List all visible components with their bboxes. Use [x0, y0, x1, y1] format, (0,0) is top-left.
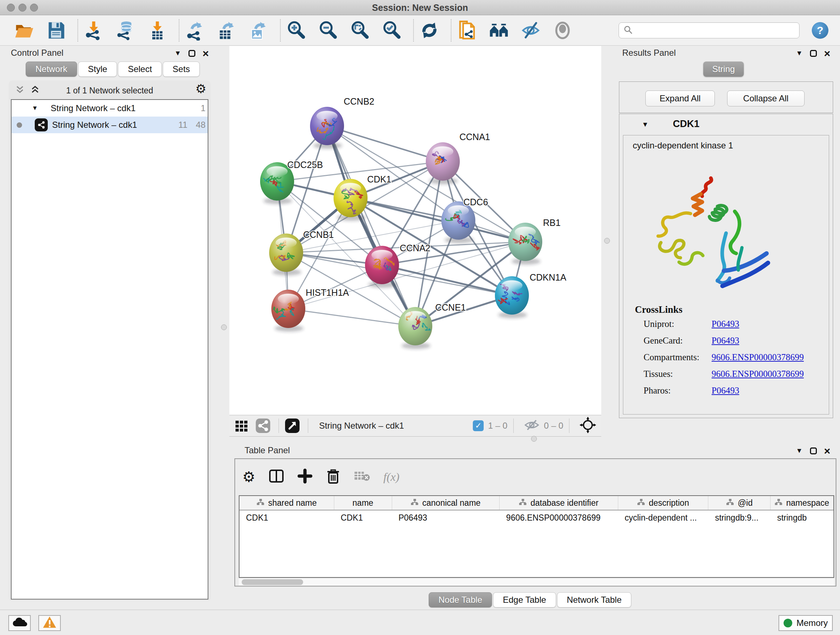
- panel-collapse-icon[interactable]: ▼: [796, 49, 803, 57]
- hide-selected-button[interactable]: [520, 19, 541, 42]
- right-splitter-handle[interactable]: [604, 238, 610, 244]
- share-network-icon[interactable]: [256, 418, 271, 433]
- network-node-CDKN1A[interactable]: [495, 276, 529, 318]
- zoom-in-button[interactable]: [286, 19, 307, 42]
- crosslink-link[interactable]: 9606.ENSP00000378699: [712, 352, 804, 362]
- show-columns-icon[interactable]: [268, 468, 284, 486]
- memory-label: Memory: [797, 618, 828, 628]
- table-cell[interactable]: P06493: [392, 510, 500, 525]
- table-horizontal-scrollbar[interactable]: [239, 578, 834, 586]
- search-input[interactable]: [633, 26, 788, 35]
- tab-network[interactable]: Network: [26, 62, 77, 77]
- export-table-button[interactable]: [216, 19, 237, 42]
- new-network-from-selection-button[interactable]: [456, 19, 477, 42]
- zoom-selected-button[interactable]: [381, 19, 402, 42]
- network-node-RB1[interactable]: [508, 223, 542, 264]
- zoom-fit-button[interactable]: [349, 19, 370, 42]
- table-cell[interactable]: CDK1: [334, 510, 392, 525]
- help-button[interactable]: ?: [812, 22, 829, 39]
- table-cell[interactable]: stringdb: [771, 510, 834, 525]
- crosslink-link[interactable]: P06493: [712, 386, 739, 395]
- left-splitter-handle[interactable]: [221, 325, 227, 330]
- table-settings-gear-icon[interactable]: ⚙: [242, 470, 256, 484]
- birds-eye-view-icon[interactable]: [285, 418, 300, 433]
- crosslink-label: Pharos:: [644, 386, 712, 396]
- table-cell[interactable]: CDK1: [240, 510, 334, 525]
- panel-float-icon[interactable]: [188, 50, 195, 57]
- network-node-CCNB2[interactable]: [310, 107, 344, 149]
- tab-sets[interactable]: Sets: [163, 62, 200, 77]
- tab-node-table[interactable]: Node Table: [429, 592, 492, 608]
- tab-network-table[interactable]: Network Table: [557, 592, 632, 608]
- warnings-button[interactable]: [38, 615, 61, 631]
- crosslink-link[interactable]: 9606.ENSP00000378699: [712, 369, 804, 379]
- import-database-button[interactable]: [115, 19, 136, 42]
- export-network-button[interactable]: [185, 19, 205, 42]
- toolbar-separator: [451, 19, 452, 42]
- header-cell-shared-name[interactable]: shared name: [240, 496, 334, 510]
- crosslink-link[interactable]: P06493: [712, 336, 739, 345]
- panel-float-icon[interactable]: [810, 50, 817, 57]
- panel-close-icon[interactable]: ×: [824, 448, 831, 454]
- expand-all-button[interactable]: Expand All: [645, 90, 715, 106]
- cloud-status-button[interactable]: [8, 615, 31, 631]
- tab-select[interactable]: Select: [118, 62, 162, 77]
- delete-column-trash-icon[interactable]: [325, 468, 341, 486]
- network-options-gear-icon[interactable]: ⚙: [195, 82, 206, 95]
- network-node-HIST1H1A[interactable]: [271, 290, 305, 332]
- tab-style[interactable]: Style: [78, 62, 117, 77]
- collapse-all-button[interactable]: Collapse All: [727, 90, 805, 106]
- collection-label: String Network – cdk1: [51, 103, 136, 113]
- header-cell-canonical-name[interactable]: canonical name: [392, 496, 500, 510]
- collection-expander-icon[interactable]: ▼: [32, 105, 38, 112]
- selected-checkbox-icon[interactable]: ✓: [473, 420, 484, 431]
- table-cell[interactable]: stringdb:9...: [708, 510, 771, 525]
- import-table-button[interactable]: [147, 19, 168, 42]
- hidden-eye-icon[interactable]: [524, 419, 540, 432]
- section-expander-icon[interactable]: ▼: [642, 120, 649, 128]
- fit-content-crosshair-icon[interactable]: [579, 417, 596, 435]
- open-session-button[interactable]: [14, 19, 35, 42]
- network-node-CCNB1[interactable]: [269, 233, 303, 276]
- add-column-icon[interactable]: [297, 469, 313, 485]
- export-image-button[interactable]: [248, 19, 269, 42]
- node-section-header[interactable]: ▼ CDK1: [619, 114, 833, 134]
- panel-collapse-icon[interactable]: ▼: [796, 447, 803, 455]
- header-cell-namespace[interactable]: namespace: [771, 496, 834, 510]
- import-network-button[interactable]: [83, 19, 104, 42]
- table-panel-controls: ▼ ×: [796, 447, 830, 455]
- shared-column-icon: [256, 498, 264, 508]
- tab-string[interactable]: String: [703, 62, 744, 77]
- memory-button[interactable]: Memory: [778, 615, 833, 631]
- network-row[interactable]: String Network – cdk1 11 48: [11, 117, 208, 133]
- panel-close-icon[interactable]: ×: [824, 50, 831, 57]
- panel-collapse-icon[interactable]: ▼: [174, 49, 181, 57]
- show-all-button[interactable]: [552, 19, 573, 42]
- header-cell-database-identifier[interactable]: database identifier: [500, 496, 618, 510]
- network-node-CCNA1[interactable]: [426, 142, 460, 184]
- crosslinks-section: CrossLinks Uniprot:P06493GeneCard:P06493…: [635, 304, 804, 402]
- panel-close-icon[interactable]: ×: [202, 50, 209, 57]
- header-cell-description[interactable]: description: [618, 496, 709, 510]
- header-cell-name[interactable]: name: [334, 496, 392, 510]
- panel-float-icon[interactable]: [810, 448, 817, 454]
- crosslink-label: Tissues:: [644, 369, 712, 379]
- crosslink-link[interactable]: P06493: [712, 319, 739, 329]
- network-canvas[interactable]: CCNB2CCNA1CDC25BCDK1CDC6RB1CCNB1CCNA2CDK…: [229, 46, 601, 415]
- grid-view-icon[interactable]: [234, 418, 249, 433]
- refresh-button[interactable]: [419, 19, 440, 42]
- search-box[interactable]: [619, 22, 799, 38]
- zoom-out-button[interactable]: [317, 19, 339, 42]
- table-cell[interactable]: cyclin-dependent ...: [618, 510, 709, 525]
- table-row[interactable]: CDK1CDK1P064939606.ENSP00000378699cyclin…: [240, 510, 834, 525]
- scrollbar-thumb[interactable]: [242, 579, 303, 585]
- header-cell-@id[interactable]: @id: [708, 496, 771, 510]
- first-neighbors-button[interactable]: [488, 19, 509, 42]
- table-cell[interactable]: 9606.ENSP00000378699: [500, 510, 618, 525]
- bottom-splitter-handle[interactable]: [531, 436, 537, 442]
- tab-edge-table[interactable]: Edge Table: [493, 592, 556, 608]
- network-collection-row[interactable]: ▼ String Network – cdk1 1: [11, 100, 208, 117]
- results-node-section: ▼ CDK1 cyclin-dependent kinase 1: [619, 114, 833, 418]
- save-session-button[interactable]: [46, 19, 66, 42]
- network-node-CCNE1[interactable]: [398, 307, 432, 349]
